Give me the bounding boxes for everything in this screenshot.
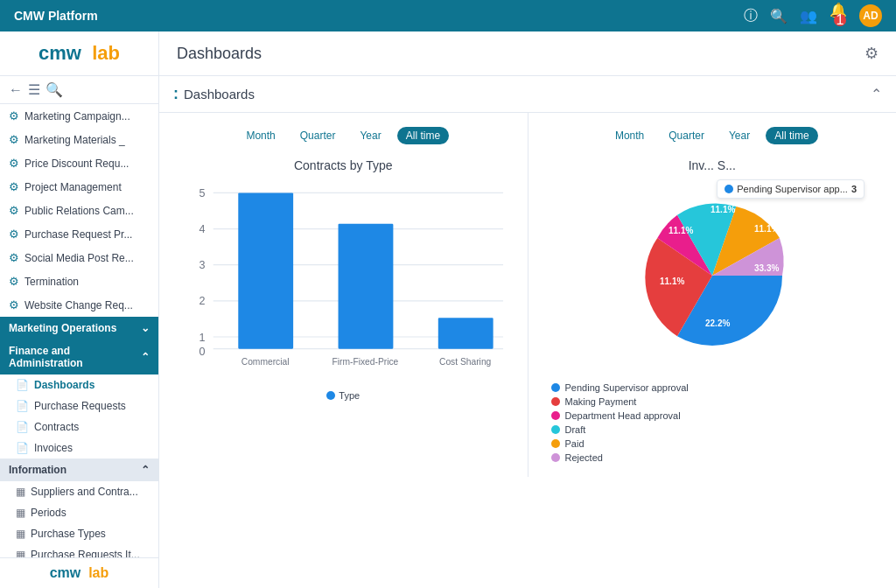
users-icon[interactable]: 👥 bbox=[800, 8, 817, 24]
table-icon: ▦ bbox=[16, 549, 25, 557]
label-11-2: 11.1% bbox=[668, 226, 693, 235]
avatar[interactable]: AD bbox=[859, 4, 882, 27]
workflow-icon: ⚙ bbox=[9, 133, 19, 146]
bar-chart-svg: 5 4 3 2 1 0 bbox=[173, 183, 514, 383]
quarter-filter-btn2[interactable]: Quarter bbox=[660, 127, 713, 144]
document-icon: 📄 bbox=[16, 379, 29, 391]
chart-contracts-by-type: Month Quarter Year All time Contracts by… bbox=[159, 113, 528, 477]
workflow-icon: ⚙ bbox=[9, 251, 19, 264]
bar-cost-sharing bbox=[438, 318, 494, 348]
alltime-filter-btn2[interactable]: All time bbox=[766, 127, 817, 144]
legend-type: Type bbox=[326, 390, 360, 401]
quarter-filter-btn[interactable]: Quarter bbox=[291, 127, 345, 144]
chart2-title: Inv... S... bbox=[542, 158, 883, 172]
sidebar-item-dashboards[interactable]: 📄 Dashboards bbox=[0, 374, 158, 396]
legend-draft: Draft bbox=[551, 424, 874, 435]
label-33: 33.3% bbox=[754, 263, 779, 273]
sidebar-footer: cmw lab bbox=[0, 557, 158, 588]
sidebar-item-marketing-campaign[interactable]: ⚙ Marketing Campaign... bbox=[0, 104, 158, 128]
help-icon[interactable]: ⓘ bbox=[744, 7, 758, 25]
table-icon: ▦ bbox=[16, 507, 25, 519]
sidebar-item-project-management[interactable]: ⚙ Project Management bbox=[0, 175, 158, 199]
document-icon: 📄 bbox=[16, 400, 29, 412]
section-finance-administration[interactable]: Finance and Administration ⌃ bbox=[0, 340, 158, 374]
main-header: Dashboards ⚙ bbox=[159, 32, 896, 76]
search-icon[interactable]: 🔍 bbox=[770, 8, 788, 24]
legend-dept-head: Department Head approval bbox=[551, 410, 874, 421]
svg-text:2: 2 bbox=[200, 295, 206, 307]
chart1-legend: Type bbox=[173, 390, 514, 401]
workflow-icon: ⚙ bbox=[9, 275, 19, 288]
sidebar-item-price-discount[interactable]: ⚙ Price Discount Requ... bbox=[0, 151, 158, 175]
section-marketing-operations[interactable]: Marketing Operations ⌄ bbox=[0, 317, 158, 340]
settings-icon[interactable]: ⚙ bbox=[864, 44, 878, 63]
month-filter-btn2[interactable]: Month bbox=[606, 127, 653, 144]
section-information[interactable]: Information ⌃ bbox=[0, 458, 158, 481]
search-icon-sidebar[interactable]: 🔍 bbox=[46, 81, 63, 98]
svg-text:5: 5 bbox=[200, 187, 206, 200]
topbar: CMW Platform ⓘ 🔍 👥 🔔 1 AD bbox=[0, 0, 896, 32]
app-layout: cmw lab ← ☰ 🔍 ⚙ Marketing Campaign... ⚙ … bbox=[0, 32, 896, 588]
sidebar-item-suppliers[interactable]: ▦ Suppliers and Contra... bbox=[0, 481, 158, 502]
bar-commercial bbox=[238, 192, 293, 348]
dashboards-panel: Dashboards ⌃ Month Quarter Year All time… bbox=[159, 76, 896, 588]
month-filter-btn[interactable]: Month bbox=[237, 127, 284, 144]
label-11-3: 11.1% bbox=[710, 205, 735, 214]
time-filters-chart2: Month Quarter Year All time bbox=[542, 127, 883, 144]
legend-making-payment: Making Payment bbox=[551, 396, 874, 407]
list-icon[interactable]: ☰ bbox=[28, 81, 40, 98]
label-22: 22.2% bbox=[705, 318, 730, 328]
sidebar-nav: ← ☰ 🔍 bbox=[0, 76, 158, 104]
logo-lab: lab bbox=[92, 42, 120, 64]
chevron-up-icon: ⌃ bbox=[141, 464, 150, 476]
bell-icon[interactable]: 🔔 1 bbox=[830, 2, 847, 31]
table-icon: ▦ bbox=[16, 528, 25, 540]
workflow-icon: ⚙ bbox=[9, 204, 19, 217]
sidebar-item-periods[interactable]: ▦ Periods bbox=[0, 502, 158, 523]
collapse-icon[interactable]: ⌃ bbox=[871, 86, 882, 102]
sidebar-item-purchase-types[interactable]: ▦ Purchase Types bbox=[0, 523, 158, 544]
sidebar-item-public-relations[interactable]: ⚙ Public Relations Cam... bbox=[0, 199, 158, 222]
legend-rejected: Rejected bbox=[551, 452, 874, 463]
pie-chart-area: 33.3% 22.2% 11.1% 11.1% 11.1% 11.1% bbox=[542, 188, 883, 363]
logo-cmw: cmw bbox=[38, 42, 81, 64]
chart1-title: Contracts by Type bbox=[173, 158, 514, 172]
legend-pending-supervisor: Pending Supervisor approval bbox=[551, 382, 874, 393]
alltime-filter-btn[interactable]: All time bbox=[397, 127, 449, 144]
sidebar-item-termination[interactable]: ⚙ Termination bbox=[0, 270, 158, 293]
svg-text:4: 4 bbox=[200, 223, 206, 235]
sidebar-item-purchase-requests[interactable]: 📄 Purchase Requests bbox=[0, 396, 158, 416]
panel-title: Dashboards bbox=[173, 85, 255, 103]
year-filter-btn[interactable]: Year bbox=[351, 127, 389, 144]
svg-text:1: 1 bbox=[200, 332, 206, 344]
sidebar-item-invoices[interactable]: 📄 Invoices bbox=[0, 438, 158, 458]
main-content: Dashboards ⚙ Dashboards ⌃ Month Quarter … bbox=[159, 32, 896, 588]
year-filter-btn2[interactable]: Year bbox=[720, 127, 759, 144]
svg-text:3: 3 bbox=[200, 259, 206, 271]
svg-text:Firm-Fixed-Price: Firm-Fixed-Price bbox=[332, 357, 398, 367]
app-title: CMW Platform bbox=[14, 9, 98, 23]
sidebar-item-website-change[interactable]: ⚙ Website Change Req... bbox=[0, 293, 158, 317]
sidebar-item-marketing-materials[interactable]: ⚙ Marketing Materials _ bbox=[0, 128, 158, 151]
workflow-icon: ⚙ bbox=[9, 109, 19, 122]
sidebar-list: ⚙ Marketing Campaign... ⚙ Marketing Mate… bbox=[0, 104, 158, 557]
workflow-icon: ⚙ bbox=[9, 298, 19, 312]
chevron-down-icon: ⌄ bbox=[141, 322, 150, 334]
workflow-icon: ⚙ bbox=[9, 228, 19, 241]
notification-badge: 1 bbox=[834, 14, 846, 26]
sidebar-item-purchase-requests-it[interactable]: ▦ Purchase Requests It... bbox=[0, 544, 158, 557]
charts-row: Month Quarter Year All time Contracts by… bbox=[159, 113, 896, 477]
table-icon: ▦ bbox=[16, 486, 25, 498]
sidebar-item-social-media[interactable]: ⚙ Social Media Post Re... bbox=[0, 246, 158, 270]
label-11-1: 11.1% bbox=[660, 276, 684, 286]
sidebar-item-purchase-request[interactable]: ⚙ Purchase Request Pr... bbox=[0, 222, 158, 246]
panel-header: Dashboards ⌃ bbox=[159, 76, 896, 113]
chevron-up-icon: ⌃ bbox=[141, 351, 150, 363]
document-icon: 📄 bbox=[16, 442, 29, 454]
topbar-icons: ⓘ 🔍 👥 🔔 1 AD bbox=[744, 2, 882, 31]
pie-legend: Pending Supervisor approval Making Payme… bbox=[542, 382, 883, 463]
svg-text:Cost Sharing: Cost Sharing bbox=[439, 357, 492, 367]
back-icon[interactable]: ← bbox=[9, 82, 23, 98]
sidebar-item-contracts[interactable]: 📄 Contracts bbox=[0, 416, 158, 438]
sidebar: cmw lab ← ☰ 🔍 ⚙ Marketing Campaign... ⚙ … bbox=[0, 32, 159, 588]
